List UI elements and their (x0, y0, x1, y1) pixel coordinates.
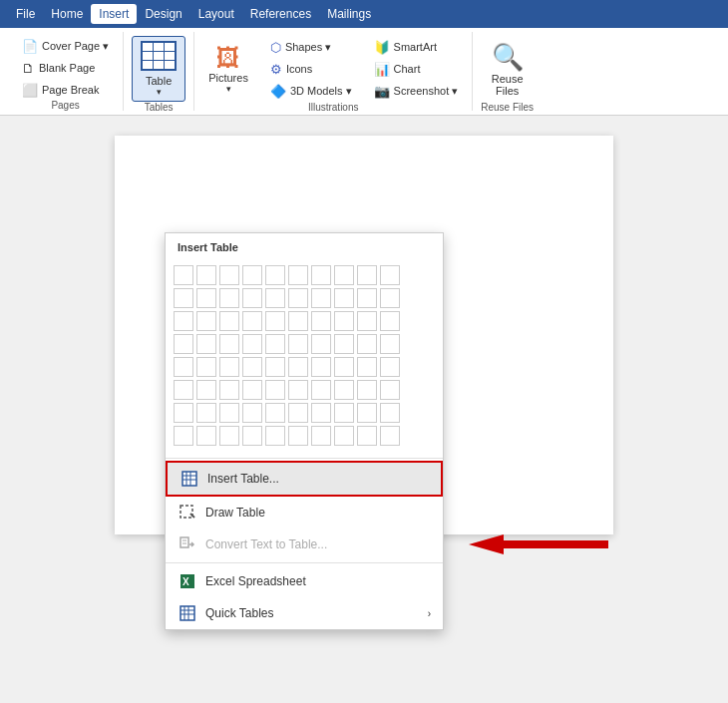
draw-table-option[interactable]: Draw Table (166, 497, 443, 528)
grid-cell[interactable] (219, 357, 239, 377)
grid-cell[interactable] (265, 334, 285, 354)
grid-cell[interactable] (174, 357, 193, 377)
grid-cell[interactable] (265, 380, 285, 400)
grid-cell[interactable] (380, 403, 400, 423)
grid-cell[interactable] (242, 426, 262, 446)
grid-cell[interactable] (196, 403, 216, 423)
grid-cell[interactable] (196, 380, 216, 400)
grid-cell[interactable] (219, 380, 239, 400)
icons-button[interactable]: ⚙ Icons (264, 58, 358, 80)
grid-cell[interactable] (288, 334, 308, 354)
grid-cell[interactable] (288, 288, 308, 308)
grid-cell[interactable] (196, 311, 216, 331)
menu-layout[interactable]: Layout (190, 4, 242, 24)
grid-cell[interactable] (219, 426, 239, 446)
smartart-button[interactable]: 🔰 SmartArt (368, 36, 465, 58)
grid-cell[interactable] (311, 288, 331, 308)
menu-references[interactable]: References (242, 4, 319, 24)
grid-cell[interactable] (242, 403, 262, 423)
grid-cell[interactable] (334, 357, 354, 377)
grid-cell[interactable] (311, 403, 331, 423)
grid-cell[interactable] (196, 334, 216, 354)
grid-cell[interactable] (334, 426, 354, 446)
menu-mailings[interactable]: Mailings (319, 4, 379, 24)
grid-cell[interactable] (380, 357, 400, 377)
grid-cell[interactable] (311, 357, 331, 377)
grid-cell[interactable] (380, 311, 400, 331)
grid-cell[interactable] (357, 403, 377, 423)
grid-cell[interactable] (334, 403, 354, 423)
table-grid-picker[interactable] (166, 257, 443, 456)
grid-cell[interactable] (242, 334, 262, 354)
grid-cell[interactable] (196, 426, 216, 446)
grid-cell[interactable] (380, 265, 400, 285)
grid-cell[interactable] (357, 426, 377, 446)
excel-spreadsheet-option[interactable]: X Excel Spreadsheet (166, 565, 443, 597)
grid-cell[interactable] (174, 265, 193, 285)
menu-insert[interactable]: Insert (91, 4, 137, 24)
grid-cell[interactable] (334, 265, 354, 285)
grid-cell[interactable] (288, 357, 308, 377)
grid-cell[interactable] (265, 265, 285, 285)
grid-cell[interactable] (265, 311, 285, 331)
grid-cell[interactable] (288, 311, 308, 331)
grid-cell[interactable] (196, 288, 216, 308)
grid-cell[interactable] (242, 311, 262, 331)
grid-cell[interactable] (242, 265, 262, 285)
pictures-button[interactable]: 🖼 Pictures ▾ (202, 36, 254, 102)
grid-cell[interactable] (174, 334, 193, 354)
grid-cell[interactable] (265, 426, 285, 446)
grid-cell[interactable] (334, 311, 354, 331)
grid-cell[interactable] (311, 311, 331, 331)
menu-home[interactable]: Home (43, 4, 91, 24)
grid-cell[interactable] (334, 334, 354, 354)
grid-cell[interactable] (288, 380, 308, 400)
grid-cell[interactable] (311, 334, 331, 354)
grid-cell[interactable] (357, 357, 377, 377)
cover-page-button[interactable]: 📄 Cover Page ▾ (16, 36, 115, 56)
menu-file[interactable]: File (8, 4, 43, 24)
grid-cell[interactable] (311, 426, 331, 446)
grid-cell[interactable] (219, 288, 239, 308)
grid-cell[interactable] (380, 426, 400, 446)
insert-table-option[interactable]: Insert Table... (166, 461, 443, 497)
grid-cell[interactable] (380, 334, 400, 354)
grid-cell[interactable] (219, 311, 239, 331)
grid-cell[interactable] (265, 403, 285, 423)
grid-cell[interactable] (380, 288, 400, 308)
chart-button[interactable]: 📊 Chart (368, 58, 465, 80)
grid-cell[interactable] (174, 380, 193, 400)
grid-cell[interactable] (380, 380, 400, 400)
grid-cell[interactable] (311, 380, 331, 400)
grid-cell[interactable] (357, 265, 377, 285)
grid-cell[interactable] (357, 380, 377, 400)
grid-cell[interactable] (357, 334, 377, 354)
grid-cell[interactable] (242, 288, 262, 308)
grid-cell[interactable] (334, 380, 354, 400)
grid-cell[interactable] (357, 288, 377, 308)
grid-cell[interactable] (174, 426, 193, 446)
grid-cell[interactable] (357, 311, 377, 331)
grid-cell[interactable] (311, 265, 331, 285)
grid-cell[interactable] (196, 265, 216, 285)
shapes-button[interactable]: ⬡ Shapes ▾ (264, 36, 358, 58)
quick-tables-option[interactable]: Quick Tables › (166, 597, 443, 629)
grid-cell[interactable] (219, 403, 239, 423)
grid-cell[interactable] (288, 403, 308, 423)
3d-models-button[interactable]: 🔷 3D Models ▾ (264, 80, 358, 102)
grid-cell[interactable] (174, 403, 193, 423)
grid-cell[interactable] (288, 426, 308, 446)
grid-cell[interactable] (265, 357, 285, 377)
grid-cell[interactable] (219, 334, 239, 354)
grid-cell[interactable] (196, 357, 216, 377)
blank-page-button[interactable]: 🗋 Blank Page (16, 58, 101, 78)
screenshot-button[interactable]: 📷 Screenshot ▾ (368, 80, 465, 102)
page-break-button[interactable]: ⬜ Page Break (16, 80, 105, 100)
menu-design[interactable]: Design (137, 4, 189, 24)
grid-cell[interactable] (219, 265, 239, 285)
grid-cell[interactable] (334, 288, 354, 308)
grid-cell[interactable] (242, 380, 262, 400)
table-button[interactable]: Table ▾ (132, 36, 185, 102)
grid-cell[interactable] (265, 288, 285, 308)
grid-cell[interactable] (288, 265, 308, 285)
